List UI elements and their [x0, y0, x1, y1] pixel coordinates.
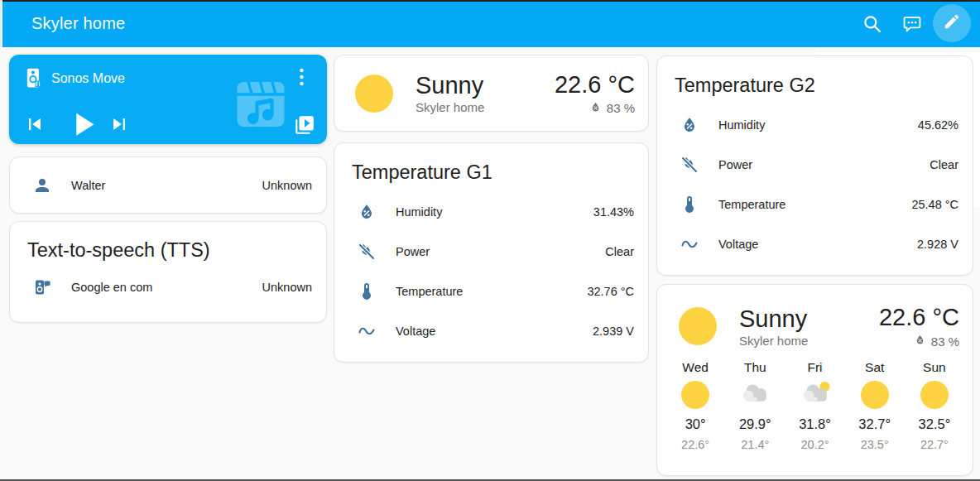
power-plug-off-icon [357, 242, 377, 262]
app-header: Skyler home [0, 0, 980, 47]
entity-value: 25.48 °C [911, 198, 958, 211]
tts-entity-name: Google en com [71, 281, 152, 294]
speaker-message-icon [32, 277, 52, 297]
entity-label: Temperature [396, 285, 463, 298]
media-player-card: Sonos Move [9, 55, 327, 144]
forecast-high: 29.9° [725, 416, 785, 432]
sunny-icon [920, 381, 949, 409]
tts-card-title: Text-to-speech (TTS) [10, 222, 326, 262]
entity-row-power[interactable]: Power Clear [680, 145, 958, 185]
weather-temperature: 22.6 °C [555, 71, 635, 98]
tts-entity-state: Unknown [262, 281, 312, 294]
sine-wave-icon [680, 234, 699, 254]
pencil-icon [943, 12, 961, 34]
person-state: Unknown [262, 179, 312, 192]
page-title: Skyler home [31, 0, 125, 47]
forecast-low: 20.2° [785, 438, 844, 451]
forecast-day: Sat 32.7° 23.5° [845, 360, 905, 451]
entity-value: 2.928 V [917, 238, 958, 251]
window-top-edge [0, 0, 980, 2]
edit-dashboard-button[interactable] [933, 4, 971, 42]
person-card: Walter Unknown [9, 156, 327, 214]
forecast-day: Wed 30° 22.6° [665, 360, 725, 451]
forecast-day-label: Thu [725, 360, 785, 375]
entity-value: 2.939 V [593, 325, 634, 338]
weather-forecast-card[interactable]: Sunny Skyler home 22.6 °C 83 % Wed 30° 2… [656, 284, 973, 476]
sensor-card-g1: Temperature G1 Humidity 31.43% Power Cle… [334, 142, 649, 363]
forecast-day: Sun 32.5° 22.7° [905, 360, 964, 451]
entity-label: Humidity [396, 205, 442, 219]
person-row[interactable]: Walter Unknown [10, 157, 326, 213]
partly-cloudy-icon [798, 381, 833, 409]
entity-row-voltage[interactable]: Voltage 2.928 V [680, 224, 958, 264]
movie-music-artwork-icon [231, 75, 291, 134]
entity-label: Temperature [718, 198, 785, 211]
water-percent-icon [357, 202, 377, 222]
forecast-low: 22.6° [665, 438, 725, 451]
humidity-drop-icon [914, 334, 926, 349]
forecast-high: 31.8° [785, 416, 844, 432]
weather-condition: Sunny [739, 305, 808, 332]
entity-row-temperature[interactable]: Temperature 32.76 °C [357, 272, 634, 311]
entity-label: Power [396, 245, 430, 258]
skip-previous-button[interactable] [23, 113, 46, 136]
forecast-day-label: Wed [665, 360, 725, 375]
forecast-low: 21.4° [725, 438, 785, 451]
forecast-day: Thu 29.9° 21.4° [725, 360, 785, 451]
entity-label: Humidity [718, 118, 765, 132]
power-plug-off-icon [680, 155, 699, 175]
entity-value: 31.43% [593, 205, 634, 219]
entity-value: 45.62% [918, 118, 958, 132]
speaker-icon [23, 67, 45, 89]
entity-value: 32.76 °C [587, 285, 634, 298]
weather-location: Skyler home [416, 100, 484, 114]
tts-entity-row[interactable]: Google en com Unknown [32, 273, 312, 301]
sunny-icon [681, 381, 709, 409]
search-icon [862, 23, 883, 37]
entity-label: Voltage [396, 325, 435, 338]
forecast-day-label: Sun [905, 360, 964, 375]
weather-humidity: 83 % [607, 101, 635, 115]
entity-value: Clear [930, 158, 958, 171]
weather-location: Skyler home [739, 334, 808, 348]
forecast-high: 30° [665, 416, 725, 432]
search-button[interactable] [862, 13, 883, 35]
assist-button[interactable] [901, 13, 923, 35]
media-player-name[interactable]: Sonos Move [51, 71, 125, 86]
tts-card: Text-to-speech (TTS) Google en com Unkno… [9, 221, 327, 323]
browse-media-button[interactable] [294, 114, 315, 136]
sensor-card-title: Temperature G2 [657, 56, 973, 100]
cloudy-icon [737, 381, 772, 409]
entity-row-power[interactable]: Power Clear [357, 232, 634, 272]
more-options-button[interactable] [294, 68, 309, 86]
forecast-day-label: Sat [845, 360, 905, 375]
water-percent-icon [680, 115, 699, 135]
entity-row-humidity[interactable]: Humidity 45.62% [680, 105, 958, 145]
sine-wave-icon [357, 321, 377, 341]
entity-label: Voltage [718, 238, 758, 251]
entity-row-temperature[interactable]: Temperature 25.48 °C [680, 185, 958, 224]
entity-value: Clear [605, 245, 634, 258]
weather-condition: Sunny [416, 72, 484, 99]
forecast-low: 22.7° [905, 438, 964, 451]
weather-card[interactable]: Sunny Skyler home 22.6 °C 83 % [334, 55, 649, 132]
humidity-drop-icon [589, 101, 602, 116]
weather-temperature: 22.6 °C [879, 304, 959, 330]
dashboard: Skyler home Sonos Move [0, 0, 980, 481]
entity-row-voltage[interactable]: Voltage 2.939 V [357, 311, 634, 351]
sensor-card-title: Temperature G1 [334, 143, 648, 187]
forecast-high: 32.7° [845, 416, 905, 432]
entity-row-humidity[interactable]: Humidity 31.43% [357, 192, 634, 232]
skip-next-button[interactable] [108, 113, 131, 136]
sunny-icon [861, 381, 889, 409]
play-button[interactable] [64, 105, 102, 143]
forecast-day: Fri 31.8° 20.2° [785, 360, 844, 451]
forecast-high: 32.5° [905, 416, 964, 432]
forecast-day-label: Fri [785, 360, 844, 375]
sensor-card-g2: Temperature G2 Humidity 45.62% Power Cle… [656, 55, 973, 276]
forecast-low: 23.5° [845, 438, 905, 451]
entity-label: Power [718, 158, 752, 171]
window-left-edge [0, 0, 2, 47]
thermometer-icon [357, 281, 377, 301]
sunny-weather-icon [679, 307, 717, 345]
